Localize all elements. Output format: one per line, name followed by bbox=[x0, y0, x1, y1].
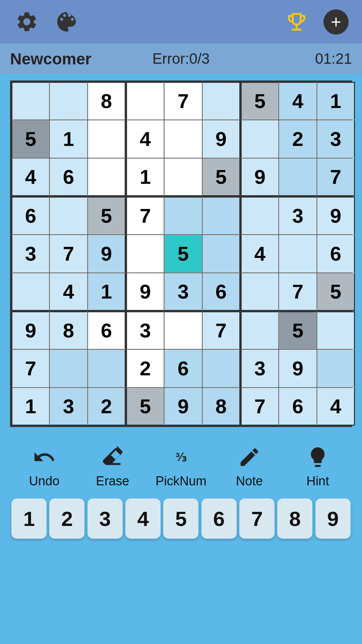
cell[interactable]: 3 bbox=[241, 350, 279, 387]
num-btn-6[interactable]: 6 bbox=[201, 498, 237, 539]
cell[interactable]: 4 bbox=[126, 120, 164, 158]
cell[interactable]: 4 bbox=[317, 388, 355, 426]
cell[interactable] bbox=[241, 197, 279, 234]
cell[interactable]: 1 bbox=[88, 273, 126, 311]
num-btn-4[interactable]: 4 bbox=[125, 498, 161, 539]
cell[interactable]: 7 bbox=[241, 388, 279, 426]
cell[interactable]: 1 bbox=[11, 388, 49, 426]
cell[interactable] bbox=[164, 311, 202, 349]
cell[interactable]: 2 bbox=[126, 350, 164, 387]
cell[interactable] bbox=[279, 158, 317, 196]
palette-button[interactable] bbox=[54, 8, 80, 35]
cell[interactable]: 2 bbox=[88, 388, 126, 426]
hint-button[interactable]: Hint bbox=[291, 444, 345, 488]
cell[interactable]: 9 bbox=[164, 388, 202, 426]
cell[interactable]: 6 bbox=[11, 197, 49, 234]
num-btn-7[interactable]: 7 bbox=[239, 498, 275, 539]
cell[interactable]: 5 bbox=[202, 158, 240, 196]
cell[interactable] bbox=[202, 82, 240, 120]
cell[interactable] bbox=[164, 197, 202, 234]
num-btn-1[interactable]: 1 bbox=[11, 498, 47, 539]
cell[interactable] bbox=[241, 273, 279, 311]
cell[interactable]: 5 bbox=[241, 82, 279, 120]
cell[interactable]: 6 bbox=[202, 273, 240, 311]
cell[interactable] bbox=[126, 235, 164, 273]
cell[interactable]: 1 bbox=[317, 82, 355, 120]
cell[interactable]: 5 bbox=[126, 388, 164, 426]
cell[interactable]: 9 bbox=[88, 235, 126, 273]
cell[interactable]: 8 bbox=[202, 388, 240, 426]
settings-button[interactable] bbox=[13, 8, 40, 35]
cell[interactable]: 9 bbox=[241, 158, 279, 196]
erase-button[interactable]: Erase bbox=[86, 444, 139, 488]
cell[interactable]: 4 bbox=[279, 82, 317, 120]
cell[interactable] bbox=[202, 350, 240, 387]
cell[interactable]: 9 bbox=[11, 311, 49, 349]
cell[interactable] bbox=[88, 158, 126, 196]
cell[interactable] bbox=[241, 120, 279, 158]
add-button[interactable] bbox=[323, 9, 349, 35]
cell[interactable]: 6 bbox=[164, 350, 202, 387]
num-btn-8[interactable]: 8 bbox=[277, 498, 312, 539]
cell[interactable]: 1 bbox=[126, 158, 164, 196]
cell[interactable]: 7 bbox=[50, 235, 87, 273]
cell[interactable] bbox=[11, 82, 49, 120]
cell[interactable] bbox=[126, 82, 164, 120]
cell[interactable]: 5 bbox=[317, 273, 355, 311]
cell[interactable]: 9 bbox=[126, 273, 164, 311]
cell[interactable]: 8 bbox=[50, 311, 87, 349]
cell[interactable]: 1 bbox=[50, 120, 87, 158]
cell[interactable]: 3 bbox=[317, 120, 355, 158]
cell[interactable]: 6 bbox=[50, 158, 87, 196]
note-button[interactable]: Note bbox=[223, 444, 276, 488]
cell[interactable] bbox=[241, 311, 279, 349]
trophy-button[interactable] bbox=[283, 8, 310, 35]
undo-button[interactable]: Undo bbox=[17, 444, 71, 488]
cell[interactable]: 7 bbox=[317, 158, 355, 196]
cell[interactable] bbox=[88, 120, 126, 158]
cell[interactable]: 9 bbox=[317, 197, 355, 234]
cell[interactable] bbox=[11, 273, 49, 311]
num-btn-9[interactable]: 9 bbox=[315, 498, 351, 539]
cell[interactable]: 3 bbox=[50, 388, 87, 426]
cell[interactable]: 4 bbox=[11, 158, 49, 196]
cell[interactable]: 7 bbox=[11, 350, 49, 387]
num-btn-5[interactable]: 5 bbox=[163, 498, 198, 539]
cell[interactable] bbox=[50, 82, 87, 120]
cell[interactable]: 2 bbox=[279, 120, 317, 158]
cell[interactable]: 3 bbox=[11, 235, 49, 273]
cell[interactable]: 4 bbox=[241, 235, 279, 273]
cell[interactable]: 6 bbox=[88, 311, 126, 349]
cell[interactable]: 5 bbox=[164, 235, 202, 273]
cell[interactable] bbox=[317, 311, 355, 349]
cell[interactable]: 6 bbox=[279, 388, 317, 426]
cell[interactable]: 7 bbox=[202, 311, 240, 349]
cell[interactable]: 9 bbox=[202, 120, 240, 158]
cell[interactable]: 6 bbox=[317, 235, 355, 273]
sudoku-board: 8754151492346159765739379546419367598637… bbox=[10, 80, 352, 427]
cell[interactable] bbox=[164, 158, 202, 196]
cell[interactable] bbox=[202, 197, 240, 234]
cell[interactable] bbox=[164, 120, 202, 158]
cell[interactable]: 9 bbox=[279, 350, 317, 387]
cell[interactable]: 4 bbox=[50, 273, 87, 311]
cell[interactable]: 5 bbox=[88, 197, 126, 234]
cell[interactable]: 3 bbox=[164, 273, 202, 311]
cell[interactable] bbox=[88, 350, 126, 387]
cell[interactable]: 5 bbox=[279, 311, 317, 349]
cell[interactable] bbox=[317, 350, 355, 387]
picknum-button[interactable]: ³⁄₃ PickNum bbox=[154, 444, 208, 488]
cell[interactable] bbox=[202, 235, 240, 273]
cell[interactable]: 7 bbox=[126, 197, 164, 234]
cell[interactable] bbox=[50, 197, 87, 234]
cell[interactable]: 8 bbox=[88, 82, 126, 120]
cell[interactable] bbox=[279, 235, 317, 273]
num-btn-3[interactable]: 3 bbox=[87, 498, 123, 539]
cell[interactable]: 7 bbox=[164, 82, 202, 120]
cell[interactable] bbox=[50, 350, 87, 387]
num-btn-2[interactable]: 2 bbox=[49, 498, 84, 539]
cell[interactable]: 5 bbox=[11, 120, 49, 158]
cell[interactable]: 7 bbox=[279, 273, 317, 311]
cell[interactable]: 3 bbox=[126, 311, 164, 349]
cell[interactable]: 3 bbox=[279, 197, 317, 234]
